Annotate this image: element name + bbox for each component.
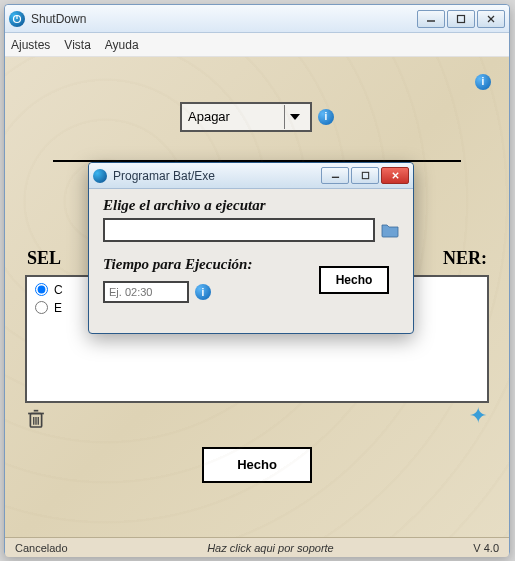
radio-input-2[interactable]	[35, 301, 48, 314]
maximize-button[interactable]	[447, 10, 475, 28]
status-center[interactable]: Haz click aqui por soporte	[207, 542, 334, 554]
dialog-close-button[interactable]	[381, 167, 409, 184]
svg-rect-15	[362, 172, 368, 178]
folder-icon[interactable]	[381, 222, 399, 238]
dialog-minimize-button[interactable]	[321, 167, 349, 184]
menu-help[interactable]: Ayuda	[105, 38, 139, 52]
dialog-done-button[interactable]: Hecho	[319, 266, 389, 294]
dialog-titlebar[interactable]: Programar Bat/Exe	[89, 163, 413, 189]
chevron-down-icon	[284, 105, 304, 129]
radio-label-1: C	[54, 283, 63, 297]
window-title: ShutDown	[31, 12, 417, 26]
statusbar: Cancelado Haz click aqui por soporte V 4…	[5, 537, 509, 557]
file-label: Elige el archivo a ejecutar	[103, 197, 399, 214]
action-select-value: Apagar	[188, 109, 230, 124]
action-select[interactable]: Apagar	[180, 102, 312, 132]
titlebar[interactable]: ShutDown	[5, 5, 509, 33]
dialog-programar: Programar Bat/Exe Elige el archivo a eje…	[88, 162, 414, 334]
select-label-right: NER:	[439, 248, 491, 269]
svg-rect-3	[458, 15, 465, 22]
radio-label-2: E	[54, 301, 62, 315]
minimize-button[interactable]	[417, 10, 445, 28]
trash-icon[interactable]	[27, 409, 45, 427]
svg-marker-6	[290, 114, 300, 120]
help-icon[interactable]: i	[195, 284, 211, 300]
dialog-maximize-button[interactable]	[351, 167, 379, 184]
status-right: V 4.0	[473, 542, 499, 554]
help-icon[interactable]: i	[475, 74, 491, 90]
app-icon	[9, 11, 25, 27]
menu-settings[interactable]: Ajustes	[11, 38, 50, 52]
close-button[interactable]	[477, 10, 505, 28]
menu-view[interactable]: Vista	[64, 38, 90, 52]
help-icon[interactable]: i	[318, 109, 334, 125]
dialog-title: Programar Bat/Exe	[113, 169, 321, 183]
file-input[interactable]	[103, 218, 375, 242]
time-label: Tiempo para Ejecución:	[103, 256, 252, 273]
radio-input-1[interactable]	[35, 283, 48, 296]
dialog-icon	[93, 169, 107, 183]
menubar: Ajustes Vista Ayuda	[5, 33, 509, 57]
time-input[interactable]	[103, 281, 189, 303]
plus-icon[interactable]: ✦	[469, 409, 487, 427]
done-button[interactable]: Hecho	[202, 447, 312, 483]
status-left: Cancelado	[15, 542, 68, 554]
select-label-left: SEL	[23, 248, 65, 269]
